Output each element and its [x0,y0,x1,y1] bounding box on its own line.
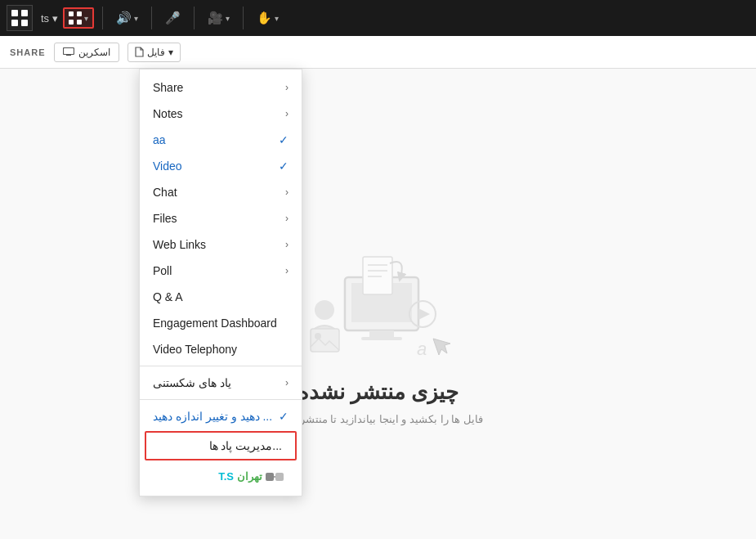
menu-item-engagement[interactable]: Engagement Dashboard [140,310,302,336]
file-btn-label: فایل [147,47,165,58]
notes-rtl-arrow-icon: › [285,377,289,389]
audio-icon: 🔊 [116,11,132,25]
main-toolbar: ts ▾ ▾ 🔊 ▾ 🎤 🎥 ▾ ✋ ▾ [0,0,756,36]
apps-button[interactable]: ▾ [63,7,94,29]
mic-button[interactable]: 🎤 [160,7,186,29]
hand-button[interactable]: ✋ ▾ [252,7,284,29]
screen-btn-label: اسکرین [78,47,110,58]
svg-rect-12 [275,473,284,481]
svg-marker-24 [418,308,430,320]
svg-rect-18 [363,257,392,294]
app-logo [7,5,33,31]
audio-chevron: ▾ [134,14,138,23]
share-arrow-icon: › [285,82,289,93]
svg-marker-28 [433,339,450,355]
video-icon: 🎥 [208,11,223,25]
audio-button[interactable]: 🔊 ▾ [111,7,143,29]
svg-rect-5 [77,11,82,16]
apps-dropdown-menu: Share › Notes › aa ✓ Video ✓ Chat › File… [139,69,302,496]
svg-rect-17 [361,337,402,340]
divider-3 [194,7,195,29]
svg-rect-3 [21,20,28,26]
file-share-button[interactable]: فایل ▾ [127,43,181,62]
share-label: SHARE [10,47,46,57]
divider-1 [102,7,103,29]
branding-icon [266,471,289,483]
branding-company: تهران [237,470,262,483]
divider-2 [151,7,152,29]
main-content: Share › Notes › aa ✓ Video ✓ Chat › File… [0,69,756,539]
menu-item-size-rtl[interactable]: ✓ ... دهید و تغییر اندازه دهید [140,403,302,429]
notes-menu-label: Notes [153,107,183,120]
chat-arrow-icon: › [285,186,289,198]
svg-text:a: a [417,339,427,359]
files-arrow-icon: › [285,213,289,224]
menu-item-video[interactable]: Video ✓ [140,153,302,179]
svg-rect-4 [69,11,74,16]
svg-rect-1 [21,10,28,16]
dropdown-branding: T.S تهران [140,462,302,491]
menu-item-qa[interactable]: Q & A [140,284,302,310]
video-button[interactable]: 🎥 ▾ [203,7,235,29]
video-check-icon: ✓ [279,159,289,173]
share-bar: SHARE اسکرین فایل ▾ [0,36,756,69]
separator-1 [140,366,302,366]
svg-rect-25 [311,329,339,352]
menu-item-notes-rtl[interactable]: › یاد های شکستنی [140,370,302,396]
user-chevron: ▾ [52,12,58,25]
svg-rect-2 [11,20,18,26]
files-menu-label: Files [153,212,177,225]
aa-menu-label: aa [153,133,166,146]
menu-item-manage-rtl[interactable]: ...مدیریت پاد ها [145,431,297,460]
empty-illustration: a [296,232,459,371]
svg-rect-11 [266,473,274,481]
apps-chevron: ▾ [84,14,88,23]
share-menu-label: Share [153,81,183,94]
svg-rect-0 [11,10,18,16]
menu-item-weblinks[interactable]: Web Links › [140,231,302,258]
telephony-menu-label: Video Telephony [153,343,237,356]
empty-title: چیزی منتشر نشده [297,380,459,405]
branding-ts: T.S [218,470,234,483]
menu-item-share[interactable]: Share › [140,74,302,101]
empty-state: a چیزی منتشر نشده فایل ها را بکشید و این… [273,183,483,425]
screen-share-button[interactable]: اسکرین [54,43,119,62]
hand-chevron: ▾ [275,14,279,23]
engagement-menu-label: Engagement Dashboard [153,317,277,330]
hand-icon: ✋ [257,11,272,25]
poll-menu-label: Poll [153,264,172,277]
menu-item-poll[interactable]: Poll › [140,258,302,284]
svg-rect-16 [369,330,394,337]
menu-item-notes[interactable]: Notes › [140,101,302,127]
center-panel: a چیزی منتشر نشده فایل ها را بکشید و این… [0,69,756,539]
weblinks-arrow-icon: › [285,239,289,250]
mic-icon: 🎤 [165,11,181,25]
aa-check-icon: ✓ [279,133,289,146]
manage-rtl-label: ...مدیریت پاد ها [209,439,282,452]
size-rtl-check-icon: ✓ [279,410,289,423]
file-chevron: ▾ [168,47,173,58]
svg-point-22 [315,300,334,320]
menu-item-aa[interactable]: aa ✓ [140,127,302,153]
size-rtl-label: ... دهید و تغییر اندازه دهید [153,410,272,423]
svg-rect-6 [69,20,74,25]
svg-rect-7 [77,20,82,25]
menu-item-chat[interactable]: Chat › [140,179,302,205]
video-menu-label: Video [153,159,182,173]
divider-4 [243,7,244,29]
qa-menu-label: Q & A [153,290,183,303]
notes-rtl-label: یاد های شکستنی [153,376,231,389]
notes-arrow-icon: › [285,108,289,119]
svg-point-26 [315,333,321,339]
svg-rect-8 [63,48,74,55]
video-chevron: ▾ [226,14,230,23]
menu-item-telephony[interactable]: Video Telephony [140,336,302,362]
chat-menu-label: Chat [153,186,177,199]
separator-2 [140,399,302,400]
username-text: ts [41,12,49,25]
poll-arrow-icon: › [285,265,289,276]
user-label[interactable]: ts ▾ [41,12,58,25]
menu-item-files[interactable]: Files › [140,205,302,231]
weblinks-menu-label: Web Links [153,238,206,251]
empty-subtitle: فایل ها را بکشید و اینجا بیاندازید تا من… [273,413,483,425]
